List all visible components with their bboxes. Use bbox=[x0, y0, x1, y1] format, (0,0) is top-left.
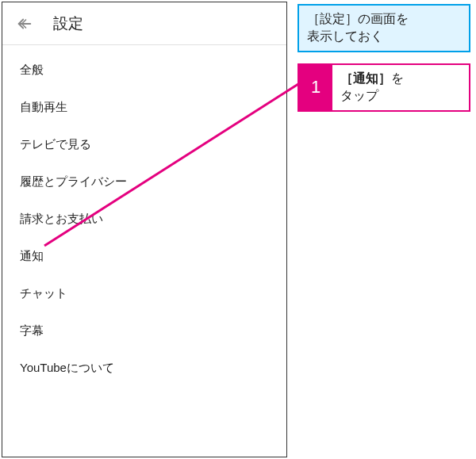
instruction-step: 1 ［通知］をタップ bbox=[298, 63, 470, 112]
step-number-badge: 1 bbox=[299, 65, 332, 110]
menu-item-captions[interactable]: 字幕 bbox=[2, 312, 286, 350]
menu-item-label: チャット bbox=[20, 286, 67, 300]
menu-item-label: テレビで見る bbox=[20, 137, 91, 151]
step-text-bold: ［通知］ bbox=[340, 71, 391, 85]
instruction-note: ［設定］の画面を 表示しておく bbox=[298, 4, 470, 52]
app-header: 設定 bbox=[2, 2, 286, 45]
menu-item-chat[interactable]: チャット bbox=[2, 275, 286, 312]
menu-item-billing[interactable]: 請求とお支払い bbox=[2, 201, 286, 238]
menu-item-label: YouTubeについて bbox=[20, 361, 114, 374]
menu-item-label: 履歴とプライバシー bbox=[20, 174, 127, 188]
menu-item-label: 字幕 bbox=[20, 323, 44, 337]
phone-screen: 設定 全般 自動再生 テレビで見る 履歴とプライバシー 請求とお支払い 通知 チ… bbox=[2, 2, 287, 457]
back-arrow-icon[interactable] bbox=[15, 14, 34, 33]
menu-item-label: 通知 bbox=[20, 249, 44, 262]
menu-item-autoplay[interactable]: 自動再生 bbox=[2, 89, 286, 126]
step-text-rest1: を bbox=[391, 71, 404, 85]
menu-item-watch-on-tv[interactable]: テレビで見る bbox=[2, 126, 286, 163]
menu-item-label: 全般 bbox=[20, 63, 44, 76]
note-text-line2: 表示しておく bbox=[307, 29, 383, 43]
menu-item-history-privacy[interactable]: 履歴とプライバシー bbox=[2, 163, 286, 201]
menu-item-label: 自動再生 bbox=[20, 100, 67, 113]
menu-item-label: 請求とお支払い bbox=[20, 212, 103, 225]
step-text: ［通知］をタップ bbox=[332, 65, 469, 110]
page-title: 設定 bbox=[53, 13, 83, 34]
menu-item-general[interactable]: 全般 bbox=[2, 52, 286, 89]
note-text-line1: ［設定］の画面を bbox=[307, 12, 409, 25]
settings-menu: 全般 自動再生 テレビで見る 履歴とプライバシー 請求とお支払い 通知 チャット… bbox=[2, 45, 286, 393]
step-text-rest2: タップ bbox=[340, 89, 378, 102]
menu-item-about[interactable]: YouTubeについて bbox=[2, 350, 286, 387]
menu-item-notifications[interactable]: 通知 bbox=[2, 238, 286, 275]
